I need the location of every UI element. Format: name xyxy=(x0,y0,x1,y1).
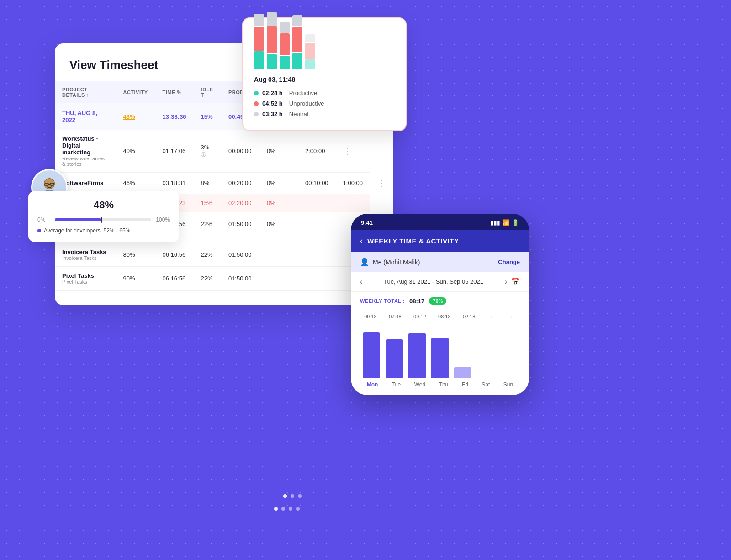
col-idle: IDLE T xyxy=(194,81,221,103)
back-button[interactable]: ‹ xyxy=(360,236,363,246)
bar-sat xyxy=(477,376,494,378)
phone-weekly-total: WEEKLY TOTAL : 08:17 70% xyxy=(351,292,529,310)
date-range: Tue, Aug 31 2021 - Sun, Sep 06 2021 xyxy=(384,278,483,285)
dev-avg-dot xyxy=(37,229,41,232)
day-label-thu: Thu xyxy=(439,381,449,388)
phone-app-header: ‹ WEEKLY TIME & ACTIVITY xyxy=(351,230,529,252)
table-row: Workstatus - Digital marketing Review wi… xyxy=(55,130,393,173)
mobile-phone-card: 9:41 ▮▮▮ 📶 🔋 ‹ WEEKLY TIME & ACTIVITY 👤 … xyxy=(351,214,529,395)
bar-wed xyxy=(408,333,426,378)
chart-bar-group xyxy=(280,22,290,69)
task-name-cell: Invoicera Tasks Invoicera Tasks xyxy=(55,243,116,267)
phone-status-icons: ▮▮▮ 📶 🔋 xyxy=(490,219,519,226)
day-label-fri: Fri xyxy=(462,381,468,388)
row-menu-icon[interactable]: ⋮ xyxy=(343,147,351,156)
date-time: 13:38:36 xyxy=(155,103,194,130)
next-week-button[interactable]: › xyxy=(505,278,507,286)
prev-week-button[interactable]: ‹ xyxy=(360,278,362,286)
bar-tue xyxy=(386,339,403,378)
dev-bar-fill xyxy=(55,218,101,221)
chart-bar-group xyxy=(305,34,315,69)
chart-bar-group xyxy=(267,12,277,69)
bar-mon xyxy=(363,332,380,378)
phone-status-bar: 9:41 ▮▮▮ 📶 🔋 xyxy=(351,214,529,230)
dot-5[interactable] xyxy=(281,507,285,511)
phone-time: 9:41 xyxy=(361,219,373,226)
battery-icon: 🔋 xyxy=(512,219,519,226)
weekly-time: 08:17 xyxy=(409,298,424,305)
bar-fri xyxy=(454,367,471,378)
dev-bar-max: 100% xyxy=(156,217,170,223)
phone-header-title: WEEKLY TIME & ACTIVITY xyxy=(367,237,459,245)
day-label-tue: Tue xyxy=(392,381,401,388)
table-row: Pixel Tasks Pixel Tasks 90% 06:16:56 22%… xyxy=(55,266,393,290)
task-name-cell: Workstatus - Digital marketing Review wi… xyxy=(55,130,116,173)
phone-chart-area: 09:18 07:48 09:12 08:18 02:18 --:-- --:-… xyxy=(351,310,529,395)
col-project[interactable]: PROJECT DETAILS ↑ xyxy=(55,81,116,103)
chart-bar-group xyxy=(254,14,264,69)
row-menu-icon[interactable]: ⋮ xyxy=(377,179,386,188)
activity-popup: Aug 03, 11:48 02:24 h Productive 04:52 h… xyxy=(242,17,407,131)
legend-unproductive: 04:52 h Unproductive xyxy=(254,100,395,107)
user-icon: 👤 xyxy=(360,258,369,266)
productive-dot xyxy=(254,91,259,95)
day-label-wed: Wed xyxy=(414,381,425,388)
weekly-label: WEEKLY TOTAL : xyxy=(360,298,405,304)
col-time: TIME % xyxy=(155,81,194,103)
dot-2[interactable] xyxy=(291,494,294,498)
dot-3[interactable] xyxy=(298,494,302,498)
svg-point-2 xyxy=(44,179,54,189)
dev-bar-min: 0% xyxy=(37,217,50,223)
phone-date-nav: ‹ Tue, Aug 31 2021 - Sun, Sep 06 2021 › … xyxy=(351,272,529,292)
col-activity: ACTIVITY xyxy=(116,81,155,103)
pagination-dots-2 xyxy=(274,507,300,511)
phone-user-info: 👤 Me (Mohit Malik) xyxy=(360,258,420,266)
date-activity: 43% xyxy=(116,103,155,130)
activity-chart xyxy=(254,27,395,69)
legend-productive: 02:24 h Productive xyxy=(254,90,395,96)
wifi-icon: 📶 xyxy=(502,219,509,226)
dev-bar-track xyxy=(55,218,151,221)
date-cell: THU, AUG 8, 2022 xyxy=(55,103,116,130)
phone-user-row: 👤 Me (Mohit Malik) Change xyxy=(351,252,529,272)
dev-avg-text: Average for developers: 52% - 65% xyxy=(37,227,170,234)
phone-bar-chart xyxy=(358,323,522,378)
developer-popup: 48% 0% 100% Average for developers: 52% … xyxy=(28,191,179,242)
dev-percentage: 48% xyxy=(37,199,170,211)
date-idle-pct: 15% xyxy=(194,103,221,130)
neutral-bar xyxy=(254,14,264,26)
chart-hour-labels: 09:18 07:48 09:12 08:18 02:18 --:-- --:-… xyxy=(358,310,522,323)
weekly-badge: 70% xyxy=(429,297,446,305)
unproductive-dot xyxy=(254,101,259,106)
day-label-mon: Mon xyxy=(367,381,378,388)
chart-bar-group xyxy=(292,15,302,69)
dev-bar-container: 0% 100% xyxy=(37,217,170,223)
day-label-sun: Sun xyxy=(503,381,513,388)
dot-6[interactable] xyxy=(289,507,292,511)
day-label-sat: Sat xyxy=(482,381,490,388)
user-name: Me (Mohit Malik) xyxy=(373,259,420,266)
dev-bar-marker xyxy=(101,217,102,223)
productive-bar xyxy=(254,51,264,69)
signal-icon: ▮▮▮ xyxy=(490,219,500,226)
change-button[interactable]: Change xyxy=(498,259,520,265)
calendar-icon[interactable]: 📅 xyxy=(511,277,520,286)
dot-7[interactable] xyxy=(296,507,300,511)
phone-day-labels: Mon Tue Wed Thu Fri Sat Sun xyxy=(358,378,522,388)
legend-neutral: 03:32 h Neutral xyxy=(254,111,395,117)
dot-1[interactable] xyxy=(283,494,287,498)
pagination-dots xyxy=(283,494,302,498)
table-row: Invoicera Tasks Invoicera Tasks 80% 06:1… xyxy=(55,243,393,267)
dot-4[interactable] xyxy=(274,507,278,511)
popup-date: Aug 03, 11:48 xyxy=(254,76,395,83)
bar-thu xyxy=(431,338,449,378)
unproductive-bar xyxy=(254,27,264,51)
neutral-dot xyxy=(254,112,259,116)
bar-sun xyxy=(500,376,517,378)
task-name-cell: Pixel Tasks Pixel Tasks xyxy=(55,266,116,290)
